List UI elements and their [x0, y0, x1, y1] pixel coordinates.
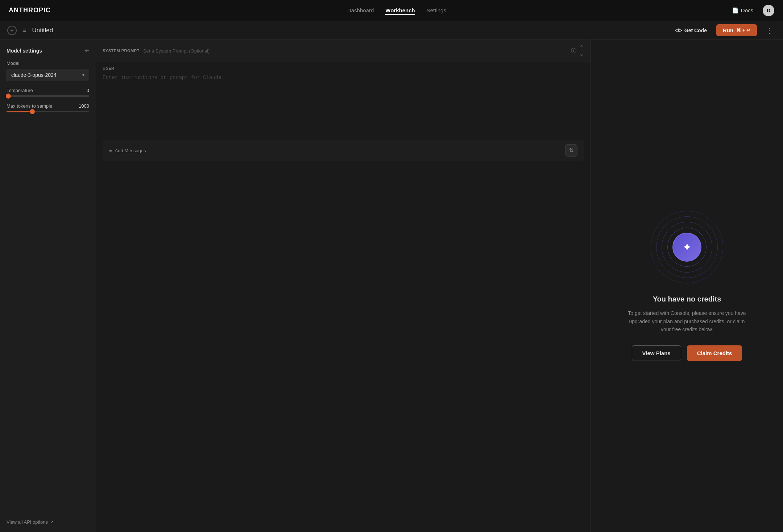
system-prompt-actions: ⓘ ⌃⌄	[571, 44, 584, 57]
middle-panel: SYSTEM PROMPT Set a System Prompt (Optio…	[96, 40, 591, 532]
run-shortcut: ⌘ + ↵	[736, 28, 750, 33]
external-link-icon: ↗	[50, 520, 54, 525]
docs-label: Docs	[741, 7, 753, 13]
center-icon: ✦	[672, 233, 701, 262]
collapse-button[interactable]: ⇤	[84, 47, 89, 54]
system-prompt-label: SYSTEM PROMPT	[103, 49, 140, 53]
temperature-value: 0	[87, 88, 89, 93]
panel-header: Model settings ⇤	[7, 47, 89, 54]
temperature-track[interactable]	[7, 95, 89, 97]
filter-button[interactable]: ⇅	[565, 144, 577, 157]
claim-credits-button[interactable]: Claim Credits	[687, 345, 742, 361]
left-panel: Model settings ⇤ Model claude-3-opus-202…	[0, 40, 96, 532]
nav-workbench[interactable]: Workbench	[385, 6, 415, 15]
secondbar: + ≡ Untitled </> Get Code Run ⌘ + ↵ ⋮	[0, 21, 783, 40]
model-value: claude-3-opus-2024	[11, 72, 82, 78]
nav-dashboard[interactable]: Dashboard	[347, 6, 374, 15]
user-input[interactable]	[96, 70, 591, 136]
top-nav: ANTHROPIC Dashboard Workbench Settings 📄…	[0, 0, 783, 21]
run-label: Run	[723, 27, 733, 33]
chevron-down-icon: ▾	[82, 72, 84, 78]
max-tokens-label: Max tokens to sample	[7, 103, 52, 109]
credits-actions: View Plans Claim Credits	[632, 345, 742, 361]
sparkle-icon: ✦	[682, 240, 692, 254]
no-credits-desc: To get started with Console, please ensu…	[625, 309, 749, 333]
list-icon[interactable]: ≡	[22, 26, 26, 34]
add-messages-bar[interactable]: ≡ Add Messages ⇅	[103, 140, 584, 161]
avatar[interactable]: D	[763, 5, 774, 16]
model-field: Model claude-3-opus-2024 ▾	[7, 61, 89, 81]
nav-links: Dashboard Workbench Settings	[65, 6, 728, 15]
max-tokens-track[interactable]	[7, 111, 89, 112]
right-panel: ✦ You have no credits To get started wit…	[591, 40, 783, 532]
max-tokens-thumb[interactable]	[30, 109, 35, 114]
view-all-label: View all API options	[7, 519, 48, 525]
filter-icon: ⇅	[569, 147, 574, 154]
toolbar-actions: </> Get Code Run ⌘ + ↵ ⋮	[671, 24, 776, 36]
max-tokens-fill	[7, 111, 32, 112]
info-button[interactable]: ⓘ	[571, 47, 576, 54]
add-button[interactable]: +	[7, 26, 17, 35]
messages-icon: ≡	[109, 148, 112, 153]
max-tokens-field: Max tokens to sample 1000	[7, 103, 89, 112]
panel-title: Model settings	[7, 48, 42, 54]
get-code-label: Get Code	[684, 28, 707, 33]
add-messages-label: Add Messages	[115, 148, 146, 153]
view-all-api-link[interactable]: View all API options ↗	[7, 519, 89, 525]
get-code-button[interactable]: </> Get Code	[671, 25, 710, 36]
system-prompt-section: SYSTEM PROMPT Set a System Prompt (Optio…	[96, 40, 591, 62]
system-prompt-header: SYSTEM PROMPT Set a System Prompt (Optio…	[96, 40, 591, 62]
max-tokens-value: 1000	[79, 103, 89, 109]
model-select[interactable]: claude-3-opus-2024 ▾	[7, 69, 89, 81]
docs-button[interactable]: 📄 Docs	[728, 5, 757, 16]
no-credits-visual: ✦	[651, 211, 723, 283]
expand-button[interactable]: ⌃⌄	[579, 44, 584, 57]
nav-settings[interactable]: Settings	[427, 6, 446, 15]
user-section: USER	[96, 62, 591, 137]
page-title: Untitled	[32, 27, 666, 34]
main-layout: Model settings ⇤ Model claude-3-opus-202…	[0, 40, 783, 532]
model-label: Model	[7, 61, 89, 66]
more-button[interactable]: ⋮	[763, 25, 776, 36]
run-button[interactable]: Run ⌘ + ↵	[716, 24, 757, 36]
book-icon: 📄	[732, 7, 739, 14]
temperature-thumb[interactable]	[6, 93, 11, 99]
view-plans-button[interactable]: View Plans	[632, 345, 681, 361]
user-label: USER	[96, 62, 591, 70]
code-icon: </>	[675, 28, 682, 33]
add-messages-left: ≡ Add Messages	[109, 148, 146, 153]
temperature-field: Temperature 0	[7, 88, 89, 97]
nav-right: 📄 Docs D	[728, 5, 774, 16]
logo: ANTHROPIC	[9, 7, 51, 14]
no-credits-title: You have no credits	[653, 295, 721, 303]
temperature-label: Temperature	[7, 88, 33, 93]
system-prompt-placeholder: Set a System Prompt (Optional)	[143, 48, 210, 54]
